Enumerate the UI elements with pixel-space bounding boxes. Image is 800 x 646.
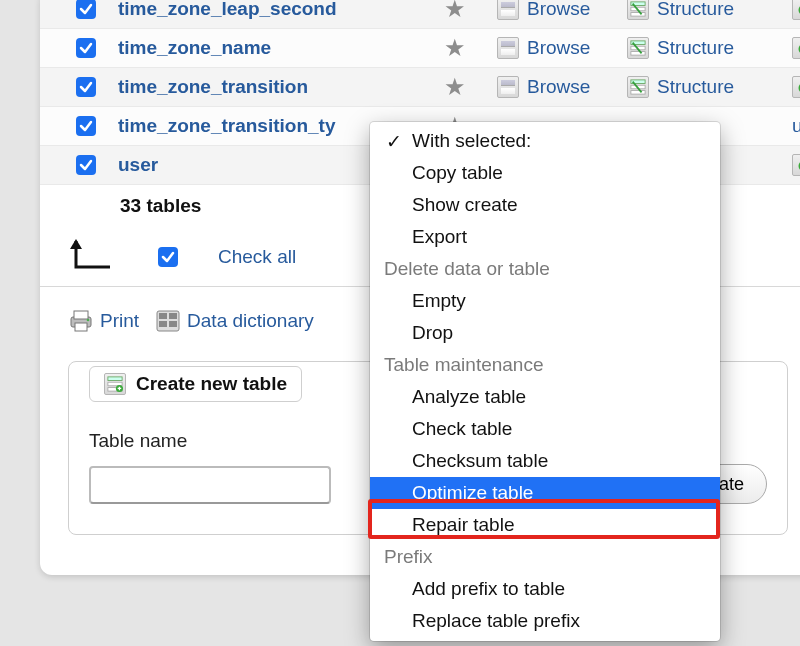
check-icon: ✓ bbox=[384, 130, 404, 153]
dd-empty[interactable]: Empty bbox=[370, 285, 720, 317]
browse-label: Browse bbox=[527, 37, 590, 59]
svg-rect-6 bbox=[631, 52, 645, 56]
print-label: Print bbox=[100, 310, 139, 332]
create-table-icon bbox=[104, 373, 126, 395]
row-checkbox[interactable] bbox=[76, 116, 96, 136]
data-dictionary-link[interactable]: Data dictionary bbox=[155, 309, 314, 333]
browse-icon bbox=[497, 76, 519, 98]
star-icon[interactable]: ★ bbox=[441, 34, 469, 62]
dd-analyze-table[interactable]: Analyze table bbox=[370, 381, 720, 413]
dd-export[interactable]: Export bbox=[370, 221, 720, 253]
table-row: time_zone_leap_second ★ Browse Structure… bbox=[40, 0, 800, 29]
table-name-input[interactable] bbox=[89, 466, 331, 504]
svg-rect-2 bbox=[631, 13, 645, 17]
dd-repair-table[interactable]: Repair table bbox=[370, 509, 720, 541]
dd-show-create[interactable]: Show create bbox=[370, 189, 720, 221]
svg-rect-15 bbox=[75, 323, 87, 331]
browse-link[interactable]: Browse bbox=[497, 37, 590, 59]
row-checkbox[interactable] bbox=[76, 77, 96, 97]
structure-label: Structure bbox=[657, 37, 734, 59]
create-table-title: Create new table bbox=[136, 373, 287, 395]
insert-link[interactable]: ure bbox=[792, 115, 800, 137]
table-row: time_zone_name ★ Browse Structure S bbox=[40, 29, 800, 68]
structure-icon bbox=[627, 37, 649, 59]
dd-checksum-table[interactable]: Checksum table bbox=[370, 445, 720, 477]
svg-rect-18 bbox=[159, 313, 167, 319]
print-link[interactable]: Print bbox=[68, 309, 139, 333]
structure-link[interactable]: Structure bbox=[627, 76, 734, 98]
dd-with-selected[interactable]: ✓ With selected: bbox=[370, 125, 720, 157]
table-name-field: Table name bbox=[89, 430, 331, 504]
browse-link[interactable]: Browse bbox=[497, 76, 590, 98]
browse-icon bbox=[497, 0, 519, 20]
with-selected-dropdown[interactable]: ✓ With selected: Copy table Show create … bbox=[370, 122, 720, 641]
browse-label: Browse bbox=[527, 76, 590, 98]
structure-link[interactable]: Structure bbox=[627, 37, 734, 59]
create-table-header: Create new table bbox=[89, 366, 302, 402]
insert-icon bbox=[792, 37, 800, 59]
svg-rect-10 bbox=[631, 91, 645, 95]
table-name-link[interactable]: time_zone_leap_second bbox=[118, 0, 337, 20]
table-name-link[interactable]: user bbox=[118, 154, 158, 176]
dd-delete-header: Delete data or table bbox=[370, 253, 720, 285]
row-checkbox[interactable] bbox=[76, 38, 96, 58]
structure-link[interactable]: Structure bbox=[627, 0, 734, 20]
table-name-label: Table name bbox=[89, 430, 331, 452]
insert-icon bbox=[792, 154, 800, 176]
table-name-link[interactable]: time_zone_transition_ty bbox=[118, 115, 336, 137]
svg-point-16 bbox=[87, 319, 90, 322]
svg-rect-22 bbox=[108, 377, 122, 381]
data-dictionary-icon bbox=[155, 309, 181, 333]
table-row: time_zone_transition ★ Browse Structure … bbox=[40, 68, 800, 107]
structure-label: Structure bbox=[657, 0, 734, 20]
table-name-link[interactable]: time_zone_name bbox=[118, 37, 271, 59]
browse-link[interactable]: Browse bbox=[497, 0, 590, 20]
browse-icon bbox=[497, 37, 519, 59]
check-all-checkbox[interactable] bbox=[158, 247, 178, 267]
browse-label: Browse bbox=[527, 0, 590, 20]
dd-label: With selected: bbox=[412, 130, 531, 152]
dd-copy-table[interactable]: Copy table bbox=[370, 157, 720, 189]
dd-prefix-header: Prefix bbox=[370, 541, 720, 573]
star-icon[interactable]: ★ bbox=[441, 0, 469, 23]
structure-icon bbox=[627, 0, 649, 20]
dd-maintenance-header: Table maintenance bbox=[370, 349, 720, 381]
insert-link[interactable] bbox=[792, 37, 800, 59]
insert-link[interactable] bbox=[792, 0, 800, 20]
dd-optimize-table[interactable]: Optimize table bbox=[370, 477, 720, 509]
structure-icon bbox=[627, 76, 649, 98]
dd-check-table[interactable]: Check table bbox=[370, 413, 720, 445]
check-all-link[interactable]: Check all bbox=[218, 246, 296, 268]
insert-icon bbox=[792, 0, 800, 20]
svg-rect-21 bbox=[169, 321, 177, 327]
table-name-link[interactable]: time_zone_transition bbox=[118, 76, 308, 98]
dd-replace-prefix[interactable]: Replace table prefix bbox=[370, 605, 720, 637]
insert-link[interactable] bbox=[792, 76, 800, 98]
svg-rect-14 bbox=[74, 311, 88, 319]
insert-icon bbox=[792, 76, 800, 98]
star-icon[interactable]: ★ bbox=[441, 73, 469, 101]
row-checkbox[interactable] bbox=[76, 155, 96, 175]
dd-drop[interactable]: Drop bbox=[370, 317, 720, 349]
dd-add-prefix[interactable]: Add prefix to table bbox=[370, 573, 720, 605]
row-checkbox[interactable] bbox=[76, 0, 96, 19]
data-dictionary-label: Data dictionary bbox=[187, 310, 314, 332]
select-all-arrow-icon bbox=[66, 237, 114, 277]
svg-rect-20 bbox=[159, 321, 167, 327]
insert-link[interactable] bbox=[792, 154, 800, 176]
print-icon bbox=[68, 309, 94, 333]
svg-rect-19 bbox=[169, 313, 177, 319]
structure-label: Structure bbox=[657, 76, 734, 98]
